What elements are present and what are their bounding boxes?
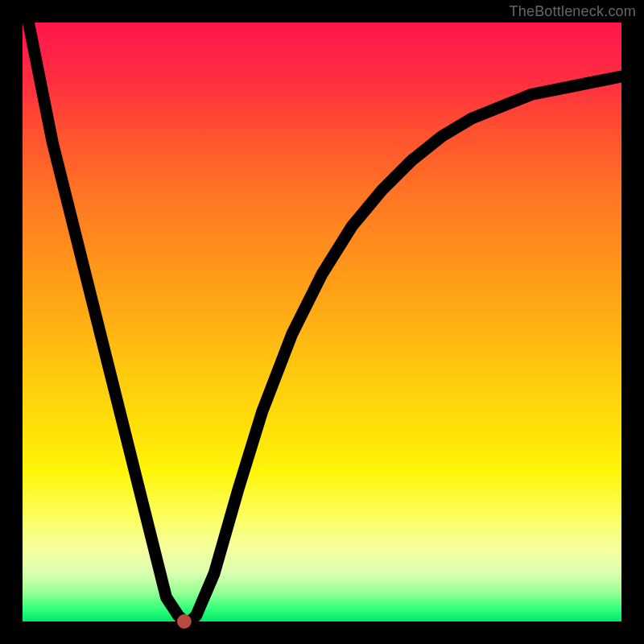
chart-overlay	[23, 23, 621, 621]
bottleneck-chart: TheBottleneck.com	[0, 0, 644, 644]
optimum-marker	[180, 617, 188, 625]
watermark-text: TheBottleneck.com	[510, 3, 636, 20]
bottleneck-curve	[28, 23, 621, 621]
